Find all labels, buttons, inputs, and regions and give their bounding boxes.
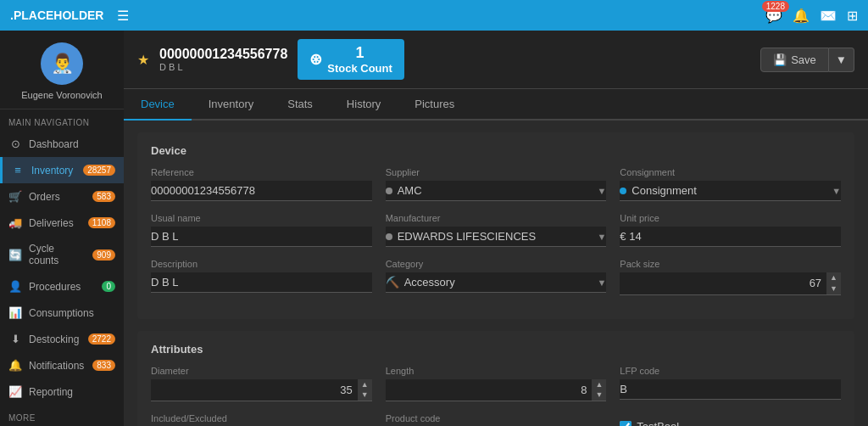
- sidebar-item-reporting[interactable]: 📈 Reporting: [0, 378, 124, 405]
- unit-price-label: Unit price: [620, 213, 841, 223]
- sidebar-item-label: Consumptions: [29, 307, 94, 319]
- consignment-group: Consignment Consignment ▼: [620, 167, 841, 201]
- consignment-select[interactable]: Consignment ▼: [620, 181, 841, 201]
- product-code-label: Product code: [386, 413, 607, 423]
- included-excluded-group: Included/Excluded Included ▼: [151, 413, 372, 426]
- lfp-code-group: LFP code: [620, 366, 841, 402]
- pack-size-decrement[interactable]: ▼: [826, 283, 841, 294]
- lfp-code-label: LFP code: [620, 366, 841, 376]
- menu-icon[interactable]: ☰: [117, 8, 129, 24]
- topbar: .PLACEHOLDER ☰ 💬 1228 🔔 ✉️ ⊞: [0, 0, 868, 31]
- app-logo: .PLACEHOLDER: [10, 8, 103, 22]
- sidebar-item-inventory[interactable]: ≡ Inventory 28257: [0, 157, 124, 183]
- sidebar-item-label: Dashboard: [29, 138, 79, 150]
- supplier-select[interactable]: AMC ▼: [386, 181, 607, 201]
- form-row-3: Description Category ⛏️ Accessory ▼ Pack…: [151, 259, 841, 295]
- sidebar-item-procedures[interactable]: 👤 Procedures 0: [0, 273, 124, 300]
- tab-stats[interactable]: Stats: [270, 89, 330, 121]
- consignment-label: Consignment: [620, 167, 841, 177]
- tab-device[interactable]: Device: [124, 89, 192, 121]
- category-select[interactable]: ⛏️ Accessory ▼: [386, 272, 607, 293]
- diameter-stepper: 35 ▲ ▼: [151, 379, 372, 402]
- diameter-increment[interactable]: ▲: [358, 379, 372, 390]
- topbar-left: .PLACEHOLDER ☰: [10, 8, 129, 24]
- sidebar-item-notifications[interactable]: 🔔 Notifications 833: [0, 352, 124, 378]
- sidebar-item-consumptions[interactable]: 📊 Consumptions: [0, 300, 124, 326]
- category-value: Accessory: [404, 276, 594, 289]
- notifications-icon: 🔔: [8, 359, 22, 372]
- diameter-value: 35: [335, 380, 357, 400]
- procedures-icon: 👤: [8, 280, 22, 293]
- unit-price-input[interactable]: [620, 227, 841, 247]
- nav-section-label: Main Navigation: [0, 109, 124, 131]
- doc-title: 00000001234556778: [159, 47, 287, 62]
- sidebar-item-destocking[interactable]: ⬇ Destocking 2722: [0, 326, 124, 352]
- pack-size-label: Pack size: [620, 259, 841, 269]
- message-icon-btn[interactable]: ✉️: [820, 8, 837, 24]
- manufacturer-value: EDWARDS LIFESCIENCES: [398, 230, 594, 243]
- sidebar-item-label: Inventory: [31, 165, 73, 177]
- length-stepper-buttons: ▲ ▼: [592, 379, 606, 401]
- favorite-star-icon[interactable]: ★: [137, 52, 149, 68]
- form-row-2: Usual name Manufacturer EDWARDS LIFESCIE…: [151, 213, 841, 247]
- pack-size-group: Pack size 67 ▲ ▼: [620, 259, 841, 295]
- length-increment[interactable]: ▲: [592, 379, 606, 390]
- bell-icon-btn[interactable]: 🔔: [793, 8, 810, 24]
- manufacturer-select[interactable]: EDWARDS LIFESCIENCES ▼: [386, 227, 607, 247]
- length-stepper: 8 ▲ ▼: [386, 379, 607, 402]
- description-input[interactable]: [151, 272, 372, 293]
- test-bool-checkbox[interactable]: [620, 421, 632, 426]
- manufacturer-group: Manufacturer EDWARDS LIFESCIENCES ▼: [386, 213, 607, 247]
- lfp-code-input[interactable]: [620, 379, 841, 400]
- stock-count-button[interactable]: ⊛ 1 Stock Count: [298, 39, 404, 80]
- tab-pictures[interactable]: Pictures: [398, 89, 471, 121]
- inventory-badge: 28257: [83, 165, 115, 176]
- reporting-icon: 📈: [8, 385, 22, 398]
- consignment-chevron-icon: ▼: [832, 186, 841, 196]
- layers-icon: ⊛: [309, 50, 322, 69]
- content-header: ★ 00000001234556778 D B L ⊛ 1 Stock Coun…: [124, 31, 868, 89]
- save-dropdown-button[interactable]: ▼: [829, 48, 854, 72]
- category-chevron-icon: ▼: [597, 277, 606, 288]
- sidebar-item-dashboard[interactable]: ⊙ Dashboard: [0, 131, 124, 157]
- consumptions-icon: 📊: [8, 306, 22, 319]
- supplier-dot: [386, 188, 392, 194]
- attributes-section-title: Attributes: [151, 343, 841, 356]
- sidebar-item-deliveries[interactable]: 🚚 Deliveries 1108: [0, 210, 124, 236]
- sidebar-item-label: Destocking: [29, 334, 79, 345]
- chat-badge: 1228: [762, 1, 789, 12]
- grid-icon-btn[interactable]: ⊞: [847, 8, 858, 24]
- destocking-badge: 2722: [88, 334, 115, 345]
- consignment-value: Consignment: [632, 184, 828, 197]
- chevron-down-icon: ▼: [836, 53, 847, 66]
- manufacturer-label: Manufacturer: [386, 213, 607, 223]
- reference-group: Reference: [151, 167, 372, 201]
- destocking-icon: ⬇: [8, 333, 22, 345]
- grid-icon: ⊞: [847, 8, 858, 23]
- supplier-label: Supplier: [386, 167, 607, 177]
- diameter-group: Diameter 35 ▲ ▼: [151, 366, 372, 402]
- diameter-stepper-buttons: ▲ ▼: [358, 379, 372, 401]
- sidebar-item-label: Notifications: [29, 360, 84, 372]
- diameter-decrement[interactable]: ▼: [358, 390, 372, 401]
- tab-history[interactable]: History: [330, 89, 398, 121]
- pack-size-increment[interactable]: ▲: [826, 272, 841, 283]
- sidebar-item-label: Deliveries: [29, 217, 74, 229]
- tab-inventory[interactable]: Inventory: [192, 89, 270, 121]
- chat-icon-btn[interactable]: 💬 1228: [765, 8, 782, 24]
- more-section-label: More: [0, 405, 124, 426]
- dashboard-icon: ⊙: [8, 137, 22, 150]
- usual-name-input[interactable]: [151, 227, 372, 247]
- main-layout: 👨‍⚕️ Eugene Voronovich Main Navigation ⊙…: [0, 31, 868, 426]
- sidebar-item-label: Procedures: [29, 281, 81, 293]
- device-section-title: Device: [151, 144, 841, 157]
- sidebar-item-cycle-counts[interactable]: 🔄 Cycle counts 909: [0, 236, 124, 273]
- length-decrement[interactable]: ▼: [592, 390, 606, 401]
- procedures-badge: 0: [102, 281, 115, 292]
- stock-count-num: 1: [356, 44, 364, 61]
- reference-input[interactable]: [151, 181, 372, 201]
- sidebar-item-orders[interactable]: 🛒 Orders 583: [0, 183, 124, 210]
- length-group: Length 8 ▲ ▼: [386, 366, 607, 402]
- category-label: Category: [386, 259, 607, 269]
- save-button[interactable]: 💾 Save: [760, 48, 829, 72]
